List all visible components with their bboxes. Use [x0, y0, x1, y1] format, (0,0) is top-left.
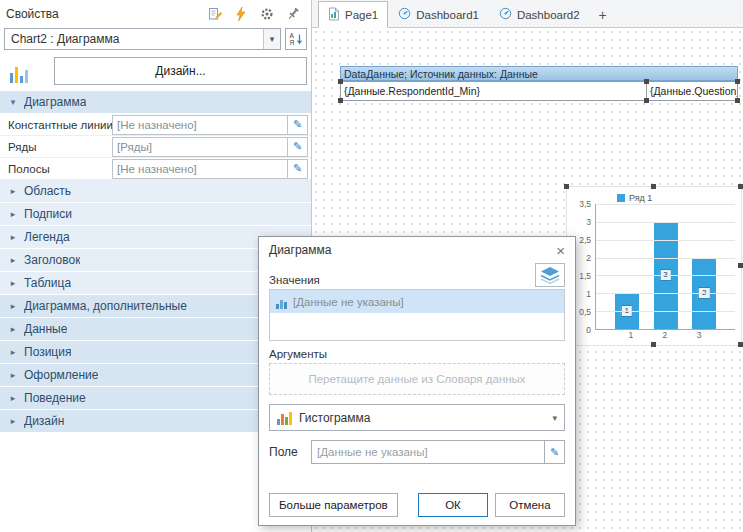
page-tabs: Page1Dashboard1Dashboard2+: [312, 0, 743, 28]
selection-handle[interactable]: [644, 98, 649, 103]
property-label: Полосы: [8, 163, 112, 175]
field-input[interactable]: [Данные не указаны] ✎: [311, 440, 565, 464]
text-cell[interactable]: {Данные.RespondentId_Min}: [341, 82, 647, 100]
selection-handle[interactable]: [338, 79, 343, 84]
property-pages-icon[interactable]: [203, 3, 227, 25]
design-button[interactable]: Дизайн...: [54, 57, 307, 85]
property-value-box[interactable]: [Ряды]: [112, 137, 288, 157]
events-icon[interactable]: [229, 3, 253, 25]
property-row: Ряды[Ряды]✎: [0, 136, 311, 158]
chart-widget[interactable]: Ряд 1 3,532,521,510,50 132 123: [566, 186, 742, 346]
section-label: Диаграмма: [24, 95, 86, 109]
y-tick-label: 2,5: [579, 235, 591, 245]
chart-type-combo[interactable]: Гистограмма ▾: [269, 404, 565, 431]
tab-label: Page1: [345, 9, 378, 21]
mini-bar: [15, 67, 18, 83]
settings-icon[interactable]: [255, 3, 279, 25]
subsection-header[interactable]: ▸Область: [0, 180, 311, 203]
plot-column: 132 123: [595, 204, 735, 342]
text-cell[interactable]: {Данные.Question_5_S: [647, 82, 737, 100]
y-tick-label: 3: [586, 217, 591, 227]
svg-text:А: А: [290, 32, 295, 39]
mini-bar: [276, 304, 279, 309]
chart-type-value: Гистограмма: [299, 411, 370, 425]
ok-button[interactable]: ОК: [418, 493, 488, 517]
values-item-label: [Данные не указаны]: [293, 296, 404, 308]
tab-page1[interactable]: Page1: [318, 1, 388, 28]
gridline: [596, 204, 735, 205]
svg-text:Я: Я: [290, 39, 295, 46]
object-selector[interactable]: Chart2 : Диаграмма ▾: [4, 28, 281, 50]
selection-handle[interactable]: [735, 79, 740, 84]
data-band-header[interactable]: DataДанные; Источник данных: Данные: [340, 66, 738, 81]
tab-label: Dashboard2: [517, 9, 580, 21]
edit-pencil-button[interactable]: ✎: [544, 441, 564, 463]
close-icon[interactable]: ×: [556, 243, 565, 258]
gridline: [596, 293, 735, 294]
tab-dashboard2[interactable]: Dashboard2: [489, 2, 590, 27]
bar-chart-icon: [276, 295, 287, 309]
chevron-right-icon: ▸: [9, 209, 17, 219]
dialog-title: Диаграмма: [269, 243, 331, 257]
properties-header: Свойства: [0, 0, 311, 27]
layers-button[interactable]: [535, 263, 565, 287]
selection-handle[interactable]: [738, 184, 743, 189]
x-tick-label: 1: [628, 330, 633, 342]
selection-handle[interactable]: [651, 184, 656, 189]
chevron-down-icon[interactable]: ▾: [552, 413, 557, 423]
property-value-box[interactable]: [Не назначено]: [112, 159, 288, 179]
plot-area: 132: [595, 204, 735, 330]
sort-az-button[interactable]: А Я: [285, 28, 307, 50]
pin-icon[interactable]: [281, 3, 305, 25]
dialog-titlebar[interactable]: Диаграмма ×: [259, 237, 575, 263]
section-chart[interactable]: ▾ Диаграмма: [0, 91, 311, 114]
selection-handle[interactable]: [564, 184, 569, 189]
cancel-button[interactable]: Отмена: [495, 493, 565, 517]
chevron-right-icon: ▸: [9, 393, 17, 403]
chart-type-icon[interactable]: [4, 57, 48, 85]
gridline: [596, 258, 735, 259]
selection-handle[interactable]: [735, 98, 740, 103]
mini-bar: [280, 300, 283, 309]
layers-icon: [539, 266, 561, 284]
selection-handle[interactable]: [738, 263, 743, 268]
values-list-item[interactable]: [Данные не указаны]: [270, 290, 564, 313]
chevron-down-icon[interactable]: ▾: [263, 29, 280, 49]
selection-handle[interactable]: [651, 342, 656, 347]
chevron-down-icon: ▾: [9, 97, 17, 107]
gridline: [596, 240, 735, 241]
data-band-row[interactable]: {Данные.RespondentId_Min} {Данные.Questi…: [340, 81, 738, 101]
selection-handle[interactable]: [738, 342, 743, 347]
panel-title: Свойства: [6, 7, 201, 21]
section-label: Оформление: [24, 368, 98, 382]
property-label: Константные линии: [8, 119, 112, 131]
edit-pencil-button[interactable]: ✎: [288, 115, 308, 135]
subsection-header[interactable]: ▸Подписи: [0, 203, 311, 226]
selection-handle[interactable]: [338, 98, 343, 103]
mini-bar: [281, 414, 284, 425]
y-tick-label: 1,5: [579, 271, 591, 281]
field-row: Поле [Данные не указаны] ✎: [269, 440, 565, 464]
add-tab-button[interactable]: +: [590, 2, 616, 27]
chevron-right-icon: ▸: [9, 301, 17, 311]
legend-label: Ряд 1: [629, 193, 652, 203]
values-header-row: Значения: [269, 263, 565, 289]
chevron-right-icon: ▸: [9, 255, 17, 265]
values-listbox[interactable]: [Данные не указаны]: [269, 289, 565, 341]
chart-dialog: Диаграмма × Значения [Данные не указаны]…: [258, 236, 576, 526]
legend-swatch: [617, 194, 625, 202]
field-label: Поле: [269, 445, 301, 459]
section-label: Позиция: [24, 345, 71, 359]
tab-dashboard1[interactable]: Dashboard1: [388, 2, 489, 27]
edit-pencil-button[interactable]: ✎: [288, 137, 308, 157]
property-value-box[interactable]: [Не назначено]: [112, 115, 288, 135]
selection-handle[interactable]: [644, 79, 649, 84]
plot-row: 3,532,521,510,50 132 123: [571, 204, 735, 342]
y-tick-label: 0: [586, 325, 591, 335]
subsection-label: Легенда: [24, 230, 70, 244]
y-tick-label: 3,5: [579, 199, 591, 209]
more-parameters-button[interactable]: Больше параметров: [269, 493, 398, 517]
arguments-drop-area[interactable]: Перетащите данные из Словаря данных: [269, 363, 565, 395]
edit-pencil-button[interactable]: ✎: [288, 159, 308, 179]
section-label: Данные: [24, 322, 67, 336]
